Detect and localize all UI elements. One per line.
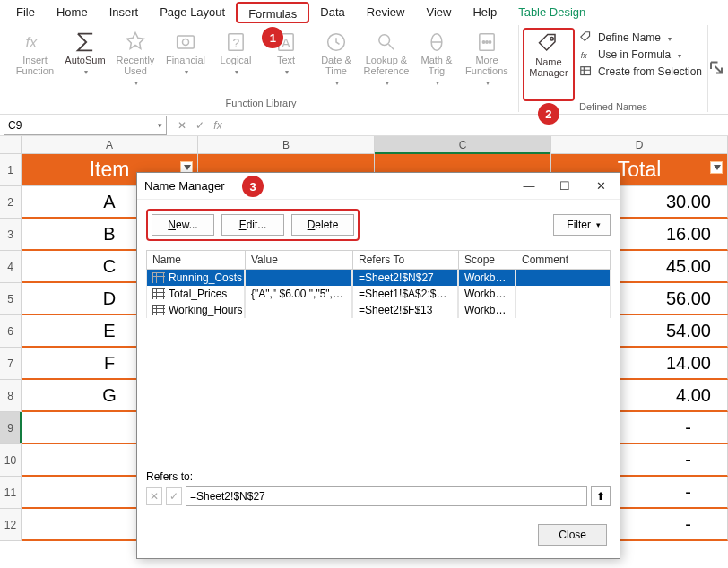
tab-table-design[interactable]: Table Design — [507, 2, 596, 23]
row-header[interactable]: 2 — [0, 186, 22, 219]
dots-icon — [472, 30, 502, 55]
col-header[interactable]: D — [551, 136, 728, 154]
col-name[interactable]: Name — [146, 250, 245, 270]
select-all-corner[interactable] — [0, 136, 22, 154]
enter-check-icon[interactable]: ✓ — [192, 119, 208, 132]
name-row[interactable]: Running_Costs =Sheet2!$N$27 Workbo... — [146, 270, 611, 286]
row-header[interactable]: 4 — [0, 251, 22, 283]
table-icon — [152, 272, 165, 283]
header-total-label: Total — [618, 158, 662, 182]
chevron-down-icon[interactable]: ▾ — [158, 121, 162, 130]
lookup-reference-button[interactable]: Lookup & Reference — [362, 28, 411, 98]
name-manager-button[interactable]: Name Manager — [524, 30, 573, 99]
refers-cell: =Sheet2!$F$13 — [352, 302, 458, 318]
col-refers[interactable]: Refers To — [352, 250, 458, 270]
svg-point-11 — [482, 41, 484, 43]
financial-button[interactable]: Financial — [161, 28, 210, 98]
row-header[interactable]: 11 — [0, 477, 22, 509]
tab-formulas[interactable]: Formulas 1 — [236, 2, 309, 23]
insert-function-button[interactable]: fx Insert Function — [11, 28, 59, 98]
define-name-button[interactable]: Define Name — [578, 30, 702, 45]
autosum-button[interactable]: AutoSum — [61, 28, 109, 98]
fx-small-icon: fx — [578, 47, 594, 62]
row-header[interactable]: 5 — [0, 283, 22, 315]
money-icon — [170, 30, 201, 55]
col-header[interactable]: C — [375, 136, 551, 154]
tab-help[interactable]: Help — [462, 2, 507, 23]
ribbon: fx Insert Function AutoSum Recently Used… — [0, 23, 728, 115]
chevron-down-icon — [664, 31, 672, 44]
svg-text:fx: fx — [581, 51, 587, 60]
chevron-down-icon — [133, 76, 138, 88]
name-box-value: C9 — [8, 119, 22, 132]
row-header[interactable]: 12 — [0, 509, 22, 541]
tab-view[interactable]: View — [415, 2, 462, 23]
collapse-dialog-icon[interactable]: ⬆ — [591, 486, 611, 506]
maximize-icon[interactable]: ☐ — [553, 179, 576, 193]
svg-rect-16 — [581, 67, 591, 75]
tab-review[interactable]: Review — [356, 2, 416, 23]
row-header[interactable]: 6 — [0, 315, 22, 348]
tab-formulas-label: Formulas — [248, 7, 297, 21]
minimize-icon[interactable]: — — [517, 179, 541, 193]
row-header[interactable]: 8 — [0, 380, 22, 412]
name-table-body: Running_Costs =Sheet2!$N$27 Workbo... To… — [137, 270, 620, 465]
tab-file[interactable]: File — [5, 2, 46, 23]
name-cell: Working_Hours — [169, 304, 242, 316]
math-trig-button[interactable]: Math & Trig — [412, 28, 461, 98]
name-row[interactable]: Total_Prices {"A"," $6.00 ","5"," $... =… — [146, 286, 611, 302]
logical-label: Logical — [221, 55, 252, 65]
refers-to-label: Refers to: — [146, 470, 611, 483]
name-box[interactable]: C9 ▾ — [4, 116, 167, 135]
formula-input[interactable] — [230, 116, 728, 135]
col-header[interactable]: B — [198, 136, 375, 154]
use-in-formula-button[interactable]: fx Use in Formula — [578, 47, 702, 62]
logical-button[interactable]: ? Logical — [212, 28, 260, 98]
ribbon-tabs: File Home Insert Page Layout Formulas 1 … — [0, 0, 728, 23]
row-header[interactable]: 9 — [0, 412, 22, 444]
edit-button[interactable]: Edit... — [221, 214, 284, 236]
filter-dropdown-icon[interactable] — [710, 161, 723, 174]
comment-cell — [516, 270, 611, 286]
name-manager-label: Name Manager — [524, 56, 573, 78]
close-icon[interactable]: ✕ — [589, 179, 612, 193]
date-time-button[interactable]: Date & Time — [312, 28, 360, 98]
refers-cancel-icon[interactable]: ✕ — [146, 487, 162, 505]
row-header[interactable]: 1 — [0, 154, 22, 186]
col-scope[interactable]: Scope — [458, 250, 516, 270]
tab-home[interactable]: Home — [46, 2, 99, 23]
new-button[interactable]: New... — [152, 214, 214, 236]
name-cell: Running_Costs — [169, 271, 242, 284]
dialog-titlebar[interactable]: Name Manager 3 — ☐ ✕ — [137, 173, 620, 200]
tab-data[interactable]: Data — [309, 2, 355, 23]
close-button[interactable]: Close — [538, 524, 607, 546]
chevron-down-icon — [283, 65, 289, 77]
row-header[interactable]: 3 — [0, 219, 22, 251]
create-from-selection-button[interactable]: Create from Selection — [578, 65, 702, 79]
chevron-down-icon — [334, 76, 339, 88]
lookup-reference-label: Lookup & Reference — [362, 55, 411, 76]
col-value[interactable]: Value — [245, 250, 352, 270]
scope-cell: Workbo... — [458, 302, 516, 318]
callout-outline-buttons: New... Edit... Delete — [146, 209, 360, 241]
fx-icon[interactable]: fx — [210, 119, 226, 132]
dialog-launcher-icon[interactable] — [708, 25, 724, 112]
name-row[interactable]: Working_Hours =Sheet2!$F$13 Workbo... — [146, 302, 611, 318]
more-functions-button[interactable]: More Functions — [463, 28, 511, 98]
refers-accept-icon[interactable]: ✓ — [166, 487, 182, 505]
col-header[interactable]: A — [22, 136, 198, 154]
refers-to-input[interactable] — [186, 486, 587, 506]
recently-used-button[interactable]: Recently Used — [111, 28, 160, 98]
row-header[interactable]: 7 — [0, 348, 22, 380]
tab-insert[interactable]: Insert — [99, 2, 150, 23]
chevron-down-icon — [384, 76, 389, 88]
row-header[interactable]: 10 — [0, 444, 22, 477]
table-icon — [152, 288, 165, 299]
chevron-down-icon — [674, 48, 681, 61]
tag-small-icon — [578, 30, 594, 45]
col-comment[interactable]: Comment — [516, 250, 611, 270]
delete-button[interactable]: Delete — [291, 214, 354, 236]
cancel-x-icon[interactable]: ✕ — [174, 119, 190, 132]
filter-button[interactable]: Filter — [553, 214, 611, 236]
tab-page-layout[interactable]: Page Layout — [149, 2, 236, 23]
